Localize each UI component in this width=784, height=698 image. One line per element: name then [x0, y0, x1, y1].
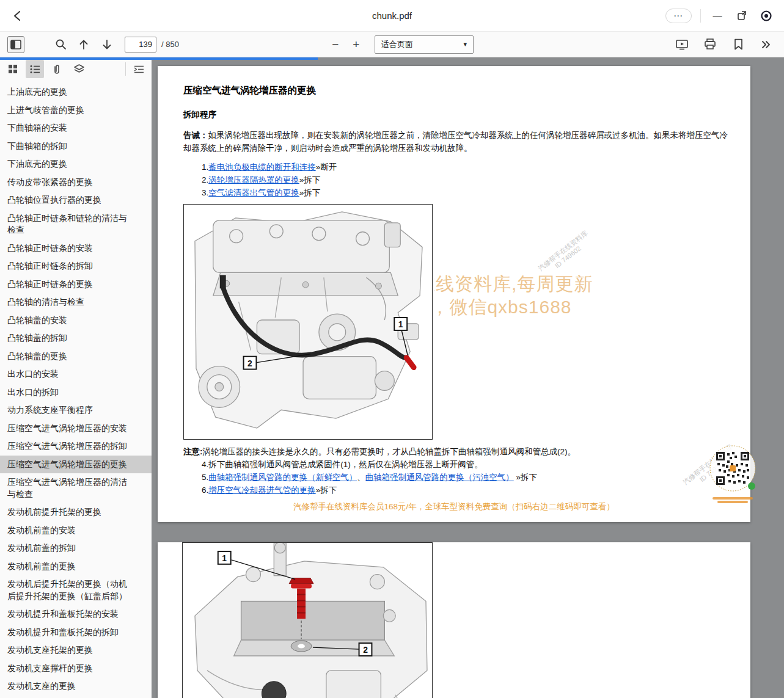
outline-item[interactable]: 凸轮轴盖的更换 — [0, 347, 152, 366]
zoom-fit-select[interactable]: 适合页面 ▾ — [375, 35, 474, 54]
outline-item[interactable]: 发动机提升和盖板托架的拆卸 — [0, 623, 152, 642]
zoom-out-button[interactable]: − — [327, 35, 344, 54]
callout-1-label: 1 — [398, 319, 403, 329]
outline-item[interactable]: 发动机前提升托架的更换 — [0, 503, 152, 522]
note-text: 涡轮增压器的接头连接是永久的。只有必需更换时，才从凸轮轴盖拆下曲轴箱强制通风阀和… — [203, 447, 576, 456]
layers-view-button[interactable] — [70, 60, 88, 78]
minimize-button[interactable]: — — [709, 8, 725, 24]
outline-item[interactable]: 发动机支座托架的更换 — [0, 641, 152, 660]
qr-code-badge — [708, 445, 758, 503]
outline-item[interactable]: 发动机前盖的更换 — [0, 558, 152, 576]
step-link[interactable]: 曲轴箱强制通风管路的更换（新鲜空气） — [208, 473, 357, 482]
step-text: 拆下曲轴箱强制通风阀管总成紧固件(1)，然后仅在涡轮增压器上断开阀管。 — [208, 460, 483, 469]
presentation-button[interactable] — [673, 35, 691, 54]
page-up-button[interactable] — [75, 35, 93, 54]
pdf-page-1: 汽修帮手在线资料库,每周更新 会员168元/年，微信qxbs1688 汽修帮手在… — [158, 66, 750, 522]
save-button[interactable] — [729, 35, 747, 54]
outline-item[interactable]: 传动皮带张紧器的更换 — [0, 173, 152, 192]
step-item: 4.拆下曲轴箱强制通风阀管总成紧固件(1)，然后仅在涡轮增压器上断开阀管。 — [202, 458, 733, 471]
attachments-view-button[interactable] — [48, 60, 66, 78]
restore-button[interactable] — [734, 8, 750, 24]
outline-item[interactable]: 发动机后提升托架的更换（动机后提升托架的更换（缸盖后部） — [0, 575, 152, 605]
double-chevron-right-icon — [761, 40, 772, 49]
sidebar-icons-divider — [125, 62, 126, 76]
current-outline-item-button[interactable] — [130, 60, 148, 78]
note-paragraph: 注意:涡轮增压器的接头连接是永久的。只有必需更换时，才从凸轮轴盖拆下曲轴箱强制通… — [183, 445, 733, 458]
target-button[interactable] — [758, 8, 774, 24]
page-number-input[interactable] — [125, 37, 156, 53]
page-down-button[interactable] — [98, 35, 116, 54]
outline-item[interactable]: 凸轮轴正时链条和链轮的清洁与检查 — [0, 209, 152, 239]
page-title: 压缩空气进气涡轮增压器的更换 — [183, 84, 733, 97]
search-button[interactable] — [51, 35, 70, 54]
outline-item[interactable]: 凸轮轴盖的拆卸 — [0, 329, 152, 347]
step-number: 5. — [202, 473, 208, 482]
outline-item[interactable]: 压缩空气进气涡轮增压器的更换 — [0, 456, 152, 474]
step-link[interactable]: 曲轴箱强制通风管路的更换（污浊空气） — [365, 473, 514, 482]
more-tools-button[interactable] — [757, 35, 775, 54]
step-action: »断开 — [316, 162, 337, 172]
step-number: 4. — [202, 460, 208, 469]
outline-item[interactable]: 发动机支座的更换 — [0, 677, 152, 696]
outline-item[interactable]: 上油底壳的更换 — [0, 83, 152, 101]
step-action: »拆下 — [514, 473, 537, 482]
outline-item[interactable]: 发动机前盖的安装 — [0, 522, 152, 540]
ellipsis-menu-button[interactable]: ⋯ — [665, 9, 692, 23]
back-button[interactable] — [7, 5, 28, 26]
presentation-icon — [676, 39, 688, 50]
restore-icon — [736, 10, 747, 21]
thumbnails-view-button[interactable] — [4, 60, 22, 78]
printer-icon — [704, 38, 716, 50]
qr-code-icon — [708, 445, 758, 493]
callout-2-label: 2 — [247, 358, 252, 368]
step-action: »拆下 — [316, 485, 337, 495]
engine-diagram-2: 1 2 — [182, 542, 433, 698]
outline-list-icon — [30, 65, 40, 74]
pdf-viewport[interactable]: 汽修帮手在线资料库,每周更新 会员168元/年，微信qxbs1688 汽修帮手在… — [152, 57, 784, 698]
step-link[interactable]: 增压空气冷却器进气管的更换 — [208, 485, 316, 495]
zoom-fit-value: 适合页面 — [381, 39, 413, 50]
ad-banner-text: 汽修帮手在线资料库会员168元/年，全球车型资料免费查询（扫码右边二维码即可查看… — [293, 501, 733, 513]
qr-caption-decoration — [717, 501, 748, 503]
chevron-down-icon: ▾ — [463, 40, 467, 48]
zoom-in-button[interactable]: + — [348, 35, 365, 54]
layers-icon — [74, 64, 84, 74]
outline-item[interactable]: 发动机前盖的拆卸 — [0, 539, 152, 558]
outline-item[interactable]: 凸轮轴盖的安装 — [0, 311, 152, 330]
print-button[interactable] — [701, 35, 719, 54]
outline-item[interactable]: 压缩空气进气涡轮增压器的安装 — [0, 420, 152, 438]
step-link[interactable]: 蓄电池负极电缆的断开和连接 — [208, 162, 316, 172]
step-link[interactable]: 空气滤清器出气管的更换 — [208, 188, 299, 197]
outline-item[interactable]: 凸轮轴位置执行器的更换 — [0, 191, 152, 209]
outline-item[interactable]: 发动机支座撑杆的更换 — [0, 660, 152, 678]
outline-item[interactable]: 下曲轴箱的安装 — [0, 119, 152, 137]
step-item: 3.空气滤清器出气管的更换»拆下 — [202, 186, 733, 199]
titlebar-controls: ⋯ — — [665, 8, 784, 24]
loading-progress-bar — [0, 57, 318, 60]
outline-item[interactable]: 发动机机油冷却器的更换 — [0, 696, 152, 698]
outline-view-button[interactable] — [26, 60, 44, 78]
bookmark-icon — [733, 38, 744, 50]
step-link[interactable]: 涡轮增压器隔热罩的更换 — [208, 175, 299, 184]
outline-item[interactable]: 压缩空气进气涡轮增压器的拆卸 — [0, 437, 152, 456]
warning-paragraph: 告诫：如果涡轮增压器出现故障，则在安装新的涡轮增压器之前，清除增压空气冷却器系统… — [183, 129, 733, 155]
outline-item[interactable]: 凸轮轴正时链条的拆卸 — [0, 257, 152, 275]
outline-item[interactable]: 下油底壳的更换 — [0, 155, 152, 173]
page-total-label: / 850 — [161, 40, 179, 49]
separator: 、 — [357, 473, 365, 482]
outline-item[interactable]: 凸轮轴的清洁与检查 — [0, 293, 152, 311]
outline-item[interactable]: 动力系统支座平衡程序 — [0, 401, 152, 420]
outline-item[interactable]: 压缩空气进气涡轮增压器的清洁与检查 — [0, 473, 152, 503]
outline-item[interactable]: 出水口的拆卸 — [0, 384, 152, 402]
paperclip-icon — [53, 64, 61, 75]
outline-item[interactable]: 上进气歧管盖的更换 — [0, 101, 152, 120]
step-item: 1.蓄电池负极电缆的断开和连接»断开 — [202, 161, 733, 173]
outline-item[interactable]: 发动机提升和盖板托架的安装 — [0, 605, 152, 623]
sidebar-toggle-button[interactable] — [7, 36, 24, 53]
outline-item[interactable]: 凸轮轴正时链条的安装 — [0, 239, 152, 258]
outline-item[interactable]: 出水口的安装 — [0, 365, 152, 384]
step-item: 6.增压空气冷却器进气管的更换»拆下 — [202, 484, 733, 496]
outline-item[interactable]: 下曲轴箱的拆卸 — [0, 137, 152, 156]
outline-item[interactable]: 凸轮轴正时链条的更换 — [0, 275, 152, 294]
arrow-up-icon — [78, 39, 89, 50]
